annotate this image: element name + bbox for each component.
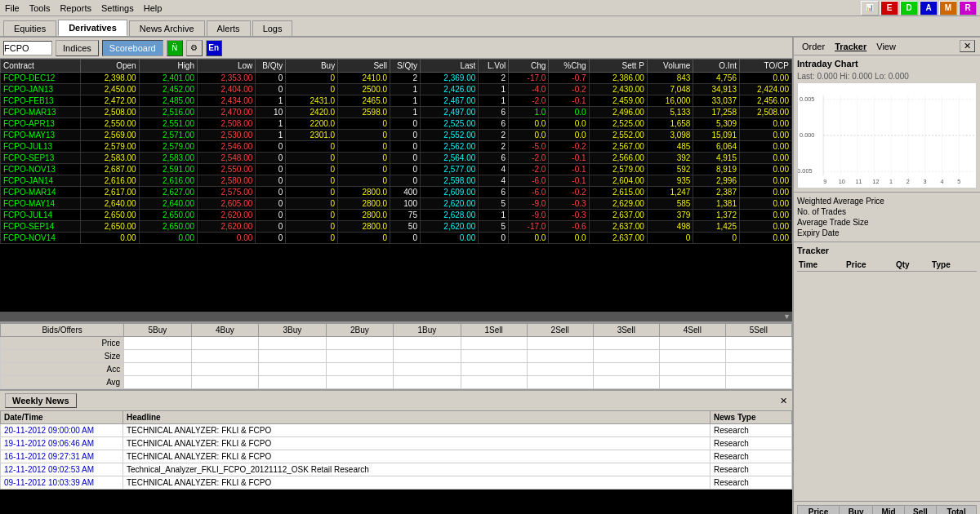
cell-last: 2,525.00: [420, 118, 478, 130]
cell-volume: 592: [647, 164, 693, 175]
tab-view[interactable]: View: [873, 41, 899, 52]
cell-pchg: 0.0: [549, 107, 589, 118]
cell-open: 2,450.00: [81, 84, 139, 95]
bids-header-5sell: 5Sell: [725, 324, 791, 337]
cell-high: 0.00: [139, 233, 197, 244]
cell-lvol: 1: [479, 210, 509, 221]
cell-sell: 0: [338, 164, 390, 175]
news-type: Research: [710, 424, 792, 437]
wap-label: Weighted Average Price: [797, 197, 884, 206]
svg-text:10: 10: [839, 179, 845, 185]
cell-lvol: 6: [479, 187, 509, 198]
cell-contract: FCPO-NOV14: [1, 233, 81, 244]
cell-high: 2,650.00: [139, 210, 197, 221]
cell-tocp: 0.00: [739, 175, 791, 187]
cell-lvol: 6: [479, 153, 509, 164]
cell-sqty: 0: [390, 164, 421, 175]
cell-sell: 2465.0: [338, 95, 390, 107]
cell-lvol: 4: [479, 175, 509, 187]
r-icon[interactable]: R: [959, 1, 977, 16]
e-icon[interactable]: E: [880, 1, 898, 16]
menu-tools[interactable]: Tools: [29, 3, 51, 13]
menu-help[interactable]: Help: [144, 3, 163, 13]
cell-settp: 2,459.00: [589, 95, 647, 107]
d-icon[interactable]: D: [900, 1, 918, 16]
en-icon[interactable]: En: [206, 40, 222, 56]
bids-header-3buy: 3Buy: [259, 324, 326, 337]
cell-oint: 15,091: [693, 130, 740, 141]
tracker-col-time: Time: [797, 259, 844, 272]
cell-lvol: 2: [479, 73, 509, 84]
cell-settp: 2,386.00: [589, 73, 647, 84]
cell-lvol: 5: [479, 198, 509, 210]
cell-sqty: 50: [390, 221, 421, 233]
cell-oint: 1,372: [693, 210, 740, 221]
right-close-button[interactable]: ✕: [960, 40, 975, 52]
menu-settings[interactable]: Settings: [101, 3, 134, 13]
news-row: 09-11-2012 10:03:39 AM TECHNICAL ANALYZE…: [1, 476, 792, 490]
news-section: Weekly News ✕ Date/Time Headline News Ty…: [0, 389, 792, 490]
cell-buy: 0: [286, 175, 338, 187]
cell-bqty: 1: [256, 130, 286, 141]
tab-logs[interactable]: Logs: [252, 20, 293, 36]
cell-low: 0.00: [198, 233, 256, 244]
cell-sqty: 1: [390, 107, 421, 118]
tab-derivatives[interactable]: Derivatives: [58, 20, 127, 36]
tab-equities[interactable]: Equities: [3, 20, 56, 36]
col-volume: Volume: [647, 60, 693, 73]
tab-tracker[interactable]: Tracker: [831, 41, 870, 52]
cell-open: 2,579.00: [81, 141, 139, 153]
cell-sqty: 0: [390, 118, 421, 130]
cell-last: 2,609.00: [420, 187, 478, 198]
tab-news-archive[interactable]: News Archive: [129, 20, 205, 36]
n-icon[interactable]: N̈: [167, 40, 183, 56]
bids-header-4buy: 4Buy: [191, 324, 258, 337]
cell-oint: 2,387: [693, 187, 740, 198]
cell-tocp: 2,424.00: [739, 84, 791, 95]
toolbar: Indices Scoreboard N̈ ⚙ En: [0, 38, 792, 59]
bids-header-5buy: 5Buy: [124, 324, 191, 337]
bids-acc-row: Acc: [1, 363, 792, 376]
cell-open: 2,569.00: [81, 130, 139, 141]
cell-pchg: -0.1: [549, 95, 589, 107]
cell-open: 0.00: [81, 233, 139, 244]
tab-alerts[interactable]: Alerts: [207, 20, 251, 36]
cell-last: 2,497.00: [420, 107, 478, 118]
chart-icon[interactable]: 📊: [861, 1, 879, 16]
cell-lvol: 2: [479, 130, 509, 141]
cell-buy: 2431.0: [286, 95, 338, 107]
cell-pchg: -0.3: [549, 198, 589, 210]
cell-sqty: 400: [390, 187, 421, 198]
symbol-input[interactable]: [3, 41, 52, 55]
news-row: 20-11-2012 09:00:00 AM TECHNICAL ANALYZE…: [1, 424, 792, 437]
br-col-price: Price: [798, 506, 840, 515]
cell-contract: FCPO-APR13: [1, 118, 81, 130]
scoreboard-button[interactable]: Scoreboard: [102, 40, 163, 56]
indices-button[interactable]: Indices: [56, 40, 99, 56]
cell-pchg: -0.2: [549, 141, 589, 153]
cell-last: 2,426.00: [420, 84, 478, 95]
weekly-news-button[interactable]: Weekly News: [5, 393, 77, 408]
cell-oint: 2,996: [693, 175, 740, 187]
cell-tocp: 0.00: [739, 118, 791, 130]
col-lvol: L.Vol: [479, 60, 509, 73]
gear-icon[interactable]: ⚙: [186, 40, 203, 56]
stat-trades: No. of Trades: [797, 206, 977, 217]
cell-oint: 17,258: [693, 107, 740, 118]
svg-text:3: 3: [924, 179, 927, 185]
menu-file[interactable]: File: [5, 3, 20, 13]
stat-expiry: Expiry Date: [797, 228, 977, 238]
cell-sell: 2500.0: [338, 84, 390, 95]
cell-tocp: 0.00: [739, 187, 791, 198]
news-close-button[interactable]: ✕: [780, 396, 787, 406]
tab-order[interactable]: Order: [799, 41, 828, 52]
m-icon[interactable]: M: [939, 1, 957, 16]
cell-lvol: 1: [479, 84, 509, 95]
table-row: FCPO-NOV14 0.00 0.00 0.00 0 0 0 0 0.00 0…: [1, 233, 792, 244]
news-type: Research: [710, 476, 792, 490]
a-icon[interactable]: A: [920, 1, 938, 16]
menu-reports[interactable]: Reports: [60, 3, 91, 13]
cell-sell: 0: [338, 233, 390, 244]
cell-open: 2,550.00: [81, 118, 139, 130]
cell-low: 2,620.00: [198, 210, 256, 221]
